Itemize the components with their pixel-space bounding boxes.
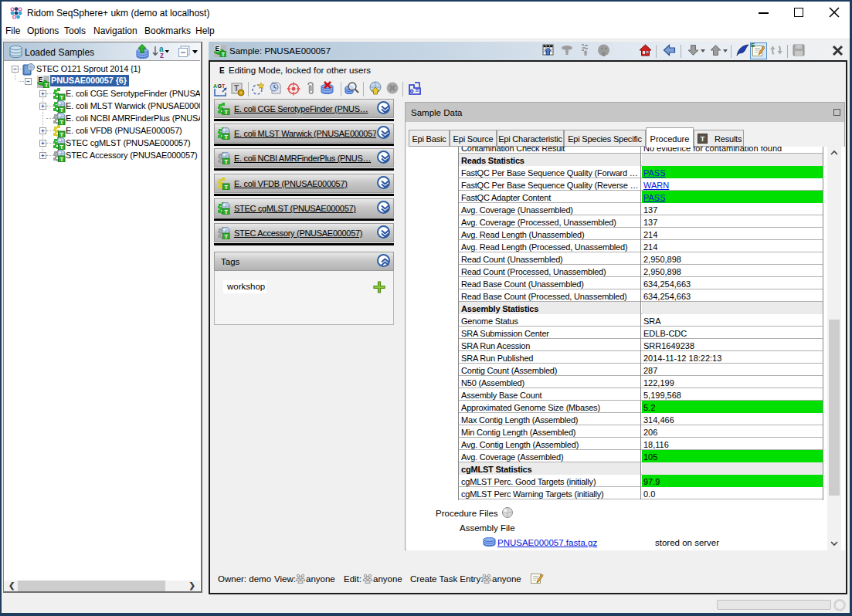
svg-text:z: z	[160, 51, 164, 59]
svg-text:A: A	[213, 83, 217, 89]
svg-text:E: E	[216, 45, 220, 52]
svg-text:T: T	[60, 144, 64, 150]
svg-text:T: T	[60, 107, 64, 113]
svg-text:T: T	[60, 94, 64, 100]
svg-text:E: E	[39, 76, 43, 83]
svg-text:T: T	[60, 131, 64, 137]
svg-text:T: T	[60, 119, 64, 125]
svg-text:T: T	[222, 83, 226, 89]
svg-text:T: T	[701, 135, 705, 143]
svg-text:T: T	[225, 109, 229, 115]
svg-text:E: E	[219, 66, 225, 75]
svg-text:T: T	[225, 184, 229, 190]
svg-text:T: T	[225, 233, 229, 239]
svg-text:T: T	[222, 52, 226, 57]
svg-text:T: T	[225, 134, 229, 140]
svg-text:T: T	[225, 208, 229, 215]
svg-text:T: T	[225, 158, 229, 164]
svg-text:T: T	[60, 156, 64, 162]
